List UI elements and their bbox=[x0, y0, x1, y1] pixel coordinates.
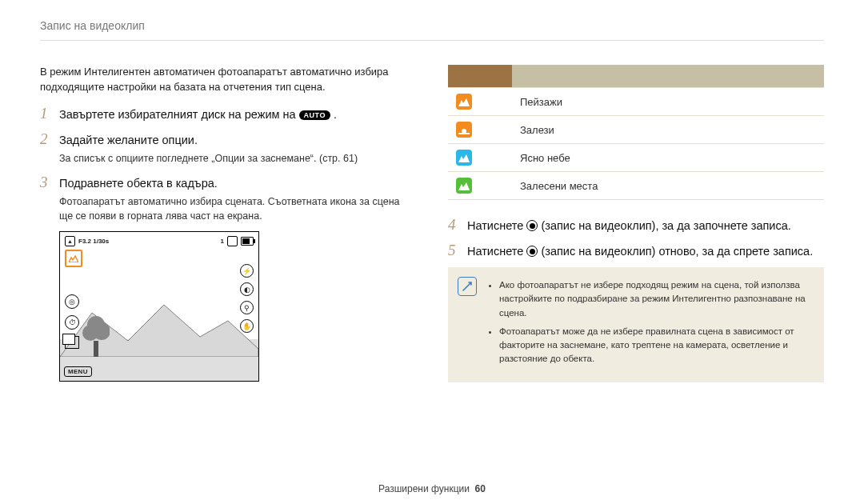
exposure-readout: F3.2 1/30s bbox=[78, 238, 109, 245]
timer-icon: ⏱ bbox=[65, 315, 79, 330]
camera-screenshot: ▲ F3.2 1/30s 1 ◎ ⏱ bbox=[59, 231, 259, 382]
note-box: Ако фотоапаратът не избере подходящ режи… bbox=[448, 267, 824, 382]
step-1-title: Завъртете избирателният диск на режим на… bbox=[59, 108, 337, 121]
svg-point-3 bbox=[87, 316, 105, 334]
step-1-number: 1 bbox=[40, 105, 51, 122]
sunset-icon bbox=[456, 122, 472, 138]
zoom-icon: ⚲ bbox=[240, 301, 254, 314]
table-row: Ясно небе bbox=[448, 144, 824, 172]
record-button-icon bbox=[526, 246, 538, 257]
page-header: Запис на видеоклип bbox=[40, 19, 824, 40]
page-footer: Разширени функции 60 bbox=[0, 483, 864, 494]
stabilizer-icon: ✋ bbox=[240, 319, 254, 333]
step-4-number: 4 bbox=[448, 216, 459, 234]
step-2-title: Задайте желаните опции. bbox=[59, 134, 198, 146]
table-row: Залесени места bbox=[448, 172, 824, 200]
sd-card-icon bbox=[227, 236, 238, 246]
note-bullet-1: Ако фотоапаратът не избере подходящ режи… bbox=[499, 278, 811, 320]
table-row: Пейзажи bbox=[448, 88, 824, 116]
step-3-number: 3 bbox=[40, 174, 51, 191]
auto-mode-icon: AUTO bbox=[299, 110, 330, 120]
battery-icon bbox=[241, 237, 254, 246]
clear-sky-icon bbox=[456, 150, 472, 166]
drive-mode-icon bbox=[65, 336, 79, 349]
af-icon: ◎ bbox=[65, 294, 79, 309]
mode-indicator-icon: ▲ bbox=[65, 236, 75, 246]
menu-button-label: MENU bbox=[64, 366, 92, 377]
step-2-number: 2 bbox=[40, 130, 51, 148]
flash-icon: ⚡ bbox=[240, 264, 254, 278]
step-5-number: 5 bbox=[448, 242, 459, 259]
note-icon bbox=[458, 277, 477, 296]
landscape-icon bbox=[456, 94, 472, 110]
iso-icon: ◐ bbox=[240, 282, 254, 296]
header-rule bbox=[40, 40, 824, 41]
step-5-title: Натиснете (запис на видеоклип) отново, з… bbox=[467, 245, 813, 258]
note-bullet-2: Фотоапаратът може да не избере правилнат… bbox=[499, 325, 811, 366]
step-3-sub: Фотоапаратът автоматично избира сцената.… bbox=[59, 194, 416, 223]
scene-icon-table: Пейзажи Залези Ясно небе Залесени места bbox=[448, 65, 824, 200]
scene-detect-icon bbox=[65, 250, 82, 267]
shots-remaining: 1 bbox=[221, 238, 224, 245]
forest-icon bbox=[456, 178, 472, 194]
step-2-sub: За списък с опциите погледнете „Опции за… bbox=[59, 151, 416, 166]
svg-rect-0 bbox=[94, 341, 98, 357]
step-4-title: Натиснете (запис на видеоклип), за да за… bbox=[467, 219, 791, 232]
intro-paragraph: В режим Интелигентен автоматичен фотоапа… bbox=[40, 65, 416, 95]
table-row: Залези bbox=[448, 116, 824, 144]
step-3-title: Подравнете обекта в кадъра. bbox=[59, 177, 218, 190]
record-button-icon bbox=[526, 220, 538, 231]
svg-rect-5 bbox=[458, 133, 470, 134]
